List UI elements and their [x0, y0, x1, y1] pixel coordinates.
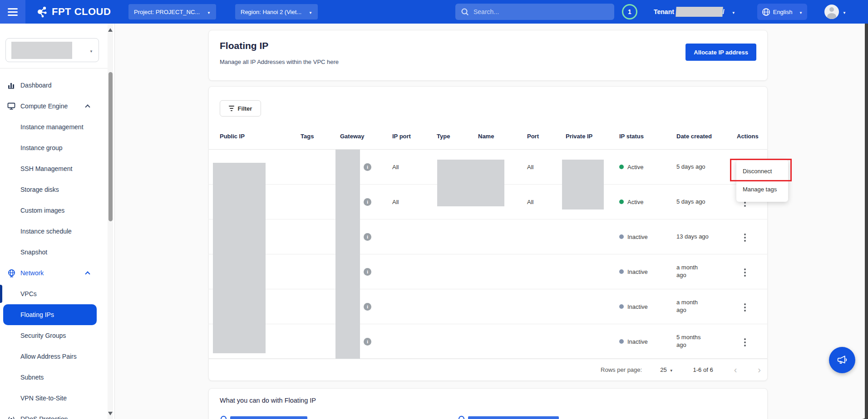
rows-per-page-value: 25	[660, 366, 666, 373]
language-label: English	[773, 9, 793, 15]
tenant-name-redacted	[676, 7, 723, 17]
kebab-menu-button[interactable]	[742, 267, 748, 278]
kebab-menu-button[interactable]	[742, 336, 748, 348]
filter-button[interactable]: Filter	[220, 100, 261, 117]
sidebar-item-custom-images[interactable]: Custom images	[0, 200, 108, 221]
logo-text: FPT CLOUD	[52, 6, 111, 18]
column-header-name: Name	[478, 133, 527, 140]
status-dot-active	[619, 165, 624, 169]
info-icon[interactable]	[364, 338, 371, 346]
info-icon[interactable]	[364, 233, 371, 241]
quick-link-stub[interactable]	[459, 416, 559, 419]
hamburger-icon	[8, 6, 18, 18]
sidebar-item-label: Snapshot	[20, 248, 47, 256]
sidebar-item-network[interactable]: Network	[0, 263, 108, 283]
sidebar-item-label: Subnets	[20, 374, 44, 381]
column-header-tags: Tags	[301, 133, 340, 140]
column-header-date-created: Date created	[676, 133, 737, 140]
sidebar-item-label: Instance management	[20, 123, 84, 131]
gateway-redacted	[335, 150, 360, 359]
sidebar-scope-select[interactable]	[5, 38, 99, 62]
hamburger-menu-button[interactable]	[0, 0, 25, 24]
sidebar-item-label: SSH Management	[20, 165, 72, 172]
sidebar-item-compute-engine[interactable]: Compute Engine	[0, 96, 108, 117]
name-redacted	[437, 160, 504, 206]
sidebar-item-label: Network	[20, 269, 44, 277]
quick-link-stub[interactable]	[221, 416, 307, 419]
account-menu[interactable]	[824, 5, 846, 19]
menu-item-manage-tags[interactable]: Manage tags	[736, 180, 788, 198]
sidebar-item-instance-schedule[interactable]: Instance schedule	[0, 221, 108, 242]
allocate-ip-button[interactable]: Allocate IP address	[686, 44, 756, 61]
sidebar-item-vpcs[interactable]: VPCs	[0, 283, 108, 304]
cell-date-created: a month ago	[676, 299, 737, 314]
sidebar-item-dashboard[interactable]: Dashboard	[0, 75, 108, 96]
search-input[interactable]	[473, 8, 601, 15]
rows-per-page-label: Rows per page:	[601, 366, 642, 373]
table-row: Inactive a month ago	[209, 289, 767, 324]
kebab-menu-button[interactable]	[742, 232, 748, 244]
project-selector[interactable]: Project: PROJECT_NC...	[128, 4, 216, 19]
announcement-fab[interactable]	[829, 347, 855, 373]
sidebar-divider	[0, 68, 108, 68]
cell-port: All	[527, 164, 566, 171]
network-globe-icon	[7, 268, 16, 278]
sidebar-item-storage-disks[interactable]: Storage disks	[0, 179, 108, 200]
next-page-button[interactable]: ›	[758, 365, 761, 374]
status-dot-inactive	[619, 339, 624, 344]
cell-ip-status: Inactive	[619, 234, 676, 240]
logo[interactable]: FPT CLOUD	[35, 5, 111, 19]
sidebar-item-ddos-protection[interactable]: DDoS Protection	[0, 409, 108, 419]
language-selector[interactable]: English	[757, 4, 807, 20]
notification-badge[interactable]: 1	[622, 4, 637, 19]
sidebar-item-label: Instance group	[20, 144, 63, 151]
sidebar-item-subnets[interactable]: Subnets	[0, 367, 108, 388]
chevron-down-icon	[207, 9, 211, 15]
avatar	[824, 5, 839, 19]
globe-icon	[762, 8, 770, 16]
page-header-card: Floating IP Manage all IP Addresses with…	[208, 30, 768, 81]
cell-ip-status: Inactive	[619, 268, 676, 275]
cell-date-created: 5 days ago	[676, 198, 737, 206]
tenant-selector[interactable]: Tenant /	[654, 0, 735, 24]
broadcast-icon	[7, 414, 16, 419]
sidebar-item-snapshot[interactable]: Snapshot	[0, 242, 108, 263]
menu-item-disconnect[interactable]: Disconnect	[736, 162, 788, 180]
sidebar-item-floating-ips[interactable]: Floating IPs	[3, 304, 97, 325]
cell-port: All	[527, 199, 566, 205]
column-header-public-ip: Public IP	[220, 133, 301, 140]
info-panel-card: What you can do with Floating IP	[208, 388, 768, 419]
sidebar-item-label: VPN Site-to-Site	[20, 395, 67, 402]
sidebar-item-instance-management[interactable]: Instance management	[0, 117, 108, 137]
chevron-down-icon	[843, 8, 846, 16]
column-header-gateway: Gateway	[340, 133, 392, 140]
private-ip-redacted	[562, 160, 604, 210]
sidebar-item-ssh-management[interactable]: SSH Management	[0, 158, 108, 179]
sidebar-item-allow-address-pairs[interactable]: Allow Address Pairs	[0, 346, 108, 367]
previous-page-button[interactable]: ‹	[734, 365, 737, 374]
rows-per-page-select[interactable]: 25	[660, 366, 673, 373]
sidebar-item-label: VPCs	[20, 290, 37, 297]
sidebar-item-security-groups[interactable]: Security Groups	[0, 325, 108, 346]
table-row: Inactive 5 months ago	[209, 324, 767, 359]
info-panel-heading: What you can do with Floating IP	[220, 397, 316, 404]
region-selector[interactable]: Region: Hanoi 2 (Viet...	[235, 4, 318, 19]
status-dot-inactive	[619, 234, 624, 239]
global-search[interactable]	[455, 4, 614, 20]
cell-date-created: a month ago	[676, 264, 737, 279]
kebab-menu-button[interactable]	[742, 302, 748, 313]
info-icon[interactable]	[364, 268, 371, 276]
bar-chart-icon	[7, 81, 16, 90]
cell-ip-status: Inactive	[619, 338, 676, 345]
sidebar-item-label: Dashboard	[20, 82, 52, 89]
sidebar-scrollbar-thumb[interactable]	[108, 72, 113, 221]
sidebar-item-vpn-site-to-site[interactable]: VPN Site-to-Site	[0, 388, 108, 409]
scroll-down-arrow[interactable]	[108, 412, 113, 415]
info-icon[interactable]	[364, 303, 371, 311]
tenant-suffix: /	[723, 8, 725, 15]
sidebar-item-instance-group[interactable]: Instance group	[0, 137, 108, 158]
info-icon[interactable]	[364, 163, 371, 171]
scroll-up-arrow[interactable]	[108, 28, 113, 32]
topbar: FPT CLOUD Project: PROJECT_NC... Region:…	[0, 0, 868, 24]
info-icon[interactable]	[364, 198, 371, 206]
